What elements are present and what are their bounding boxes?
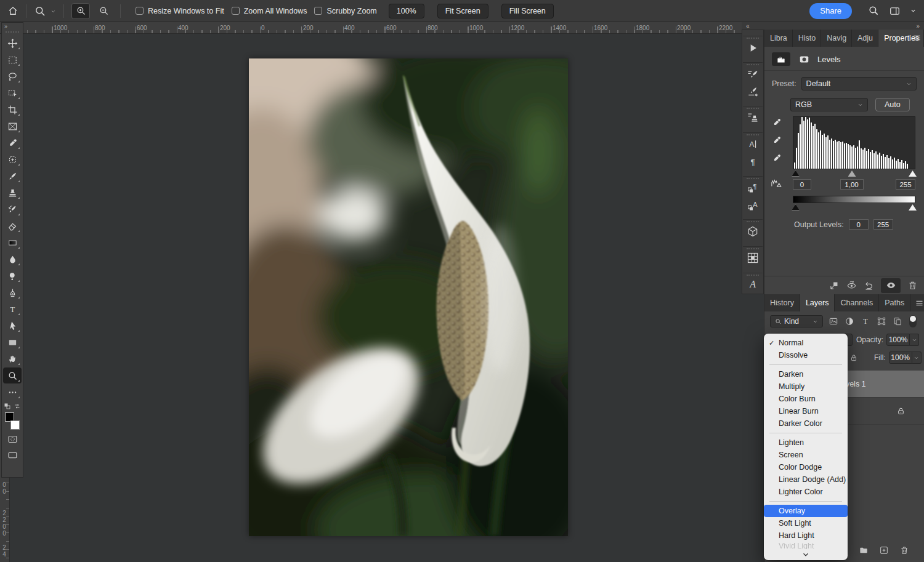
character-styles-panel[interactable] [743, 197, 763, 214]
panel-tab[interactable]: Paths [879, 294, 910, 311]
blend-mode-option[interactable]: Color Dodge [764, 461, 848, 473]
dodge-tool[interactable] [3, 268, 22, 284]
menu-scroll-down-chevron[interactable] [764, 549, 848, 560]
path-selection-tool[interactable] [3, 318, 22, 334]
filter-image[interactable] [829, 316, 838, 326]
filter-toggle-switch[interactable] [909, 315, 917, 327]
filter-smart-object[interactable] [893, 316, 902, 326]
checkbox-icon[interactable] [232, 7, 240, 15]
move-tool[interactable] [3, 35, 22, 51]
blend-mode-option[interactable]: Dissolve [764, 349, 848, 361]
new-group[interactable] [859, 545, 869, 555]
blend-mode-option[interactable]: Hard Light [764, 529, 848, 542]
swap-colors-icon[interactable] [14, 403, 21, 410]
shape-tool[interactable] [3, 334, 22, 350]
blend-mode-option[interactable]: Overlay [764, 505, 848, 517]
type-tool[interactable] [3, 301, 22, 317]
paragraph-panel[interactable] [743, 153, 763, 170]
zoom-out-button[interactable] [94, 3, 113, 19]
delete-layer[interactable] [899, 545, 909, 555]
3d-cube-panel[interactable] [743, 219, 763, 240]
chevron-down-icon[interactable] [51, 6, 56, 17]
blend-mode-option[interactable]: Darker Color [764, 417, 848, 430]
zoom-tool-icon[interactable] [34, 5, 46, 17]
panel-tab[interactable]: Layers [800, 294, 835, 311]
object-selection-tool[interactable] [3, 85, 22, 101]
filter-shape[interactable] [877, 316, 886, 326]
clone-source-panel[interactable] [743, 106, 763, 127]
blend-mode-option[interactable]: Linear Burn [764, 405, 848, 417]
brush-tool[interactable] [3, 168, 22, 184]
lasso-tool[interactable] [3, 68, 22, 84]
gamma-input-slider[interactable] [848, 171, 856, 177]
blend-mode-option[interactable]: Multiply [764, 380, 848, 393]
search-icon[interactable] [868, 5, 880, 17]
blend-mode-option[interactable] [764, 361, 848, 368]
chevron-down-icon[interactable] [910, 6, 917, 17]
hand-tool[interactable] [3, 351, 22, 367]
screen-mode-button[interactable] [3, 448, 22, 462]
blend-mode-option-clipped[interactable]: Vivid Light [764, 542, 848, 549]
pen-tool[interactable] [3, 284, 22, 300]
zoom-tool[interactable] [3, 367, 22, 383]
channel-select[interactable]: RGB [790, 98, 868, 111]
auto-button[interactable]: Auto [875, 98, 910, 111]
opacity-select[interactable]: 100% [886, 334, 919, 346]
clip-to-layer-icon[interactable] [829, 280, 840, 291]
workspace-icon[interactable] [888, 6, 901, 17]
blend-mode-option[interactable]: Lighter Color [764, 486, 848, 498]
panel-tab[interactable]: Libra [764, 30, 793, 47]
canvas-image-peace-lily[interactable] [249, 58, 568, 536]
fill-screen-button[interactable]: Fill Screen [501, 4, 554, 18]
panel-tab[interactable]: Navig [821, 30, 852, 47]
background-color-swatch[interactable] [10, 420, 20, 430]
black-point-eyedropper-icon[interactable] [772, 118, 782, 127]
default-colors-icon[interactable] [4, 403, 11, 410]
gray-point-eyedropper-icon[interactable] [772, 135, 782, 145]
output-white-slider[interactable] [909, 204, 917, 211]
input-gamma-field[interactable]: 1,00 [840, 179, 864, 190]
layer-mask-icon[interactable] [796, 54, 812, 65]
filter-kind-select[interactable]: Kind [770, 315, 823, 327]
filter-adjustment[interactable] [845, 316, 854, 326]
panel-tab[interactable]: Histo [793, 30, 821, 47]
blend-mode-option[interactable] [764, 430, 848, 436]
horizontal-ruler[interactable]: 1000800600400200020040060080010001200140… [10, 22, 742, 34]
panel-tab[interactable]: History [764, 294, 800, 311]
panel-menu-icon[interactable] [910, 294, 924, 311]
brushes-panel[interactable] [743, 83, 763, 100]
output-black-field[interactable]: 0 [849, 219, 869, 230]
delete-adjustment-icon[interactable] [907, 280, 918, 291]
fit-screen-button[interactable]: Fit Screen [437, 4, 488, 18]
blend-mode-option[interactable]: Linear Dodge (Add) [764, 473, 848, 486]
more-tools[interactable] [3, 384, 22, 400]
output-white-field[interactable]: 255 [873, 219, 893, 230]
checkbox-icon[interactable] [314, 7, 322, 15]
lock-all-icon[interactable] [849, 353, 858, 362]
gradient-tool[interactable] [3, 235, 22, 251]
history-brush-tool[interactable] [3, 201, 22, 217]
home-icon[interactable] [7, 6, 18, 17]
marquee-tool[interactable] [3, 52, 22, 68]
input-white-field[interactable]: 255 [896, 179, 915, 190]
filter-type[interactable] [861, 316, 870, 326]
panel-tab[interactable]: Adju [852, 30, 878, 47]
crop-tool[interactable] [3, 102, 22, 118]
share-button[interactable]: Share [809, 3, 852, 19]
blur-tool[interactable] [3, 251, 22, 267]
checkbox-icon[interactable] [136, 7, 144, 15]
fill-select[interactable]: 100% [889, 351, 922, 364]
blend-mode-option[interactable] [764, 498, 848, 505]
blend-mode-option[interactable]: Soft Light [764, 517, 848, 529]
actions-panel[interactable] [743, 36, 763, 57]
option-checkbox[interactable]: Scrubby Zoom [314, 7, 376, 15]
blend-mode-option[interactable]: Color Burn [764, 393, 848, 405]
option-checkbox[interactable]: Resize Windows to Fit [136, 7, 224, 15]
zoom-in-button[interactable] [71, 3, 90, 19]
paragraph-styles-panel[interactable] [743, 176, 763, 197]
previous-state-eye-icon[interactable] [846, 280, 857, 291]
eyedropper-tool[interactable] [3, 135, 22, 151]
blend-mode-option[interactable]: Screen [764, 449, 848, 461]
zoom-percentage-field[interactable]: 100% [389, 4, 424, 18]
frame-tool[interactable] [3, 118, 22, 134]
